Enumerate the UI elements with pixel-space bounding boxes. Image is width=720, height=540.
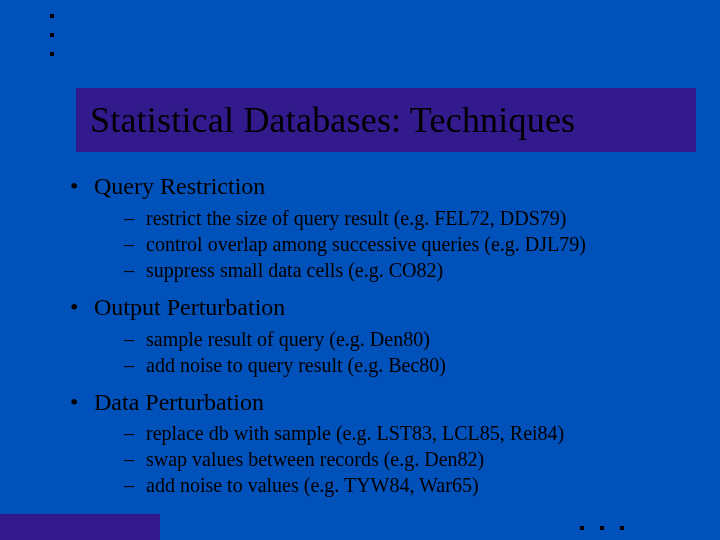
sub-bullet-text: swap values between records (e.g. Den82) (146, 448, 484, 470)
list-item: control overlap among successive queries… (94, 231, 676, 257)
list-item: replace db with sample (e.g. LST83, LCL8… (94, 420, 676, 446)
list-item: restrict the size of query result (e.g. … (94, 205, 676, 231)
sub-list: replace db with sample (e.g. LST83, LCL8… (94, 420, 676, 498)
slide-body: Query Restriction restrict the size of q… (66, 172, 676, 508)
sub-bullet-text: add noise to query result (e.g. Bec80) (146, 354, 446, 376)
sub-bullet-text: add noise to values (e.g. TYW84, War65) (146, 474, 479, 496)
decorative-dots-bottom-right (580, 526, 624, 530)
list-item: swap values between records (e.g. Den82) (94, 446, 676, 472)
dot-icon (620, 526, 624, 530)
list-item: add noise to values (e.g. TYW84, War65) (94, 472, 676, 498)
dot-icon (50, 33, 54, 37)
sub-list: restrict the size of query result (e.g. … (94, 205, 676, 283)
dot-icon (600, 526, 604, 530)
slide-title: Statistical Databases: Techniques (76, 99, 575, 141)
bullet-label: Data Perturbation (94, 389, 264, 415)
sub-bullet-text: control overlap among successive queries… (146, 233, 586, 255)
list-item: Data Perturbation replace db with sample… (66, 388, 676, 499)
sub-list: sample result of query (e.g. Den80) add … (94, 326, 676, 378)
dot-icon (50, 14, 54, 18)
sub-bullet-text: restrict the size of query result (e.g. … (146, 207, 566, 229)
list-item: Query Restriction restrict the size of q… (66, 172, 676, 283)
footer-accent-block (0, 514, 160, 540)
sub-bullet-text: replace db with sample (e.g. LST83, LCL8… (146, 422, 564, 444)
dot-icon (580, 526, 584, 530)
bullet-label: Output Perturbation (94, 294, 285, 320)
list-item: Output Perturbation sample result of que… (66, 293, 676, 378)
title-bar: Statistical Databases: Techniques (76, 88, 696, 152)
sub-bullet-text: suppress small data cells (e.g. CO82) (146, 259, 443, 281)
slide: Statistical Databases: Techniques Query … (0, 0, 720, 540)
sub-bullet-text: sample result of query (e.g. Den80) (146, 328, 430, 350)
list-item: sample result of query (e.g. Den80) (94, 326, 676, 352)
list-item: suppress small data cells (e.g. CO82) (94, 257, 676, 283)
decorative-dots-top-left (50, 14, 54, 71)
bullet-list: Query Restriction restrict the size of q… (66, 172, 676, 498)
list-item: add noise to query result (e.g. Bec80) (94, 352, 676, 378)
dot-icon (50, 52, 54, 56)
bullet-label: Query Restriction (94, 173, 265, 199)
